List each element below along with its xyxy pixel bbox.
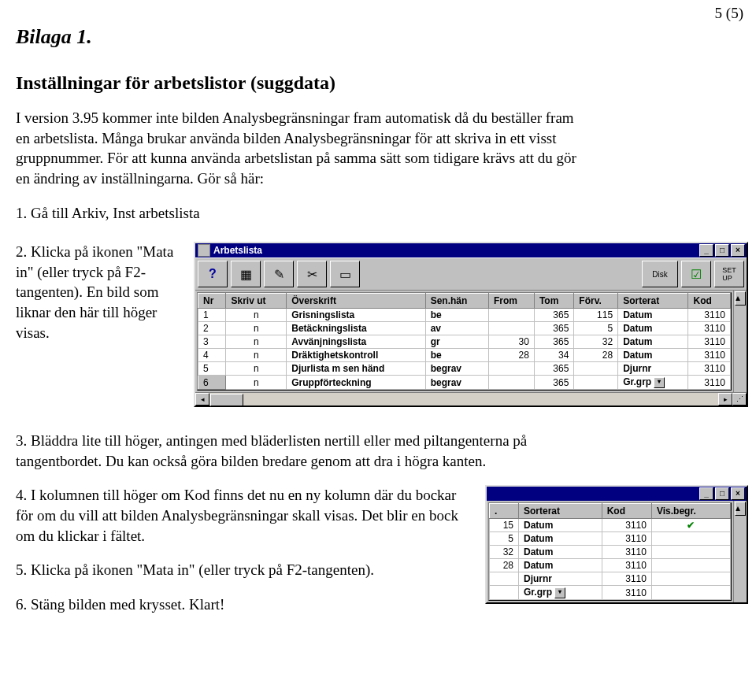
step-6: 6. Stäng bilden med krysset. Klart! — [16, 594, 472, 615]
arbetslista-table: Nr Skriv ut Överskrift Sen.hän From Tom … — [198, 293, 731, 390]
vis-begr-checkbox[interactable] — [651, 586, 730, 600]
col-overskrift[interactable]: Överskrift — [287, 294, 425, 309]
help-icon[interactable]: ? — [198, 261, 228, 287]
maximize-button[interactable]: □ — [715, 487, 729, 500]
table-row[interactable]: 4nDräktighetskontrollbe283428Datum3110 — [198, 349, 731, 362]
intro-paragraph: I version 3.95 kommer inte bilden Analys… — [16, 108, 583, 189]
vertical-scrollbar[interactable]: ▴ — [733, 501, 747, 602]
table-row[interactable]: 3nAvvänjningslistagr3036532Datum3110 — [198, 335, 731, 349]
step-1: 1. Gå till Arkiv, Inst arbetslista — [16, 203, 583, 224]
list-icon[interactable]: ▦ — [231, 261, 261, 287]
close-button[interactable]: × — [731, 487, 745, 500]
scroll-right-icon[interactable]: ▸ — [718, 393, 732, 406]
scroll-left-icon[interactable]: ◂ — [195, 393, 209, 406]
col-forv[interactable]: Förv. — [574, 294, 618, 309]
table-row[interactable]: 15Datum3110✔ — [490, 519, 731, 532]
titlebar[interactable]: Arbetslista _ □ × — [195, 243, 747, 257]
vis-begr-checkbox[interactable] — [651, 532, 730, 546]
vis-begr-checkbox[interactable] — [651, 572, 730, 586]
dropdown-icon[interactable]: ▾ — [554, 587, 565, 598]
col-sorterat[interactable]: Sorterat — [519, 504, 602, 519]
col-from[interactable]: From — [489, 294, 535, 309]
horizontal-scrollbar[interactable]: ◂ ▸ ⋰ — [195, 392, 747, 406]
format-icon[interactable]: ▭ — [330, 261, 360, 287]
vis-begr-checkbox[interactable] — [651, 546, 730, 559]
step-3: 3. Bläddra lite till höger, antingen med… — [16, 431, 583, 471]
col-tom[interactable]: Tom — [534, 294, 573, 309]
col-sen-han[interactable]: Sen.hän — [425, 294, 488, 309]
close-button[interactable]: × — [731, 244, 745, 257]
resize-grip-icon[interactable]: ⋰ — [732, 393, 747, 406]
arbetslista-window: Arbetslista _ □ × ? ▦ ✎ ✂ ▭ Disk ☑ SETUP — [194, 242, 748, 407]
cut-icon[interactable]: ✂ — [297, 261, 327, 287]
table-row[interactable]: 5nDjurlista m sen händbegrav365Djurnr311… — [198, 362, 731, 376]
minimize-button[interactable]: _ — [699, 487, 713, 500]
table-row[interactable]: Djurnr3110 — [490, 572, 731, 586]
table-row[interactable]: 32Datum3110 — [490, 546, 731, 559]
page-number: 5 (5) — [715, 5, 743, 22]
edit-icon[interactable]: ✎ — [264, 261, 294, 287]
vis-begr-checkbox[interactable] — [651, 559, 730, 572]
page-title: Inställningar för arbetslistor (suggdata… — [16, 72, 748, 94]
col-prev[interactable]: . — [490, 504, 519, 519]
setup-icon[interactable]: SETUP — [714, 261, 744, 287]
scroll-up-icon[interactable]: ▴ — [735, 291, 746, 306]
col-skriv-ut[interactable]: Skriv ut — [226, 294, 287, 309]
step-4: 4. I kolumnen till höger om Kod finns de… — [16, 485, 472, 546]
table-row[interactable]: 1nGrisningslistabe365115Datum3110 — [198, 309, 731, 322]
window-icon — [198, 244, 210, 257]
col-vis-begr[interactable]: Vis.begr. — [651, 504, 730, 519]
dropdown-icon[interactable]: ▾ — [654, 377, 665, 388]
minimize-button[interactable]: _ — [699, 244, 713, 257]
maximize-button[interactable]: □ — [715, 244, 729, 257]
step-2: 2. Klicka på ikonen "Mata in" (eller try… — [16, 242, 181, 343]
table-row[interactable]: Gr.grp ▾3110 — [490, 586, 731, 600]
table-row[interactable]: 2nBetäckningslistaav3655Datum3110 — [198, 322, 731, 335]
titlebar[interactable]: _ □ × — [487, 487, 747, 501]
col-sorterat[interactable]: Sorterat — [618, 294, 688, 309]
checklist-icon[interactable]: ☑ — [681, 261, 711, 287]
detail-table: . Sorterat Kod Vis.begr. 15Datum3110✔5Da… — [489, 503, 731, 600]
vis-begr-checkbox[interactable]: ✔ — [651, 519, 730, 532]
disk-icon[interactable]: Disk — [642, 261, 678, 287]
bilaga-heading: Bilaga 1. — [16, 25, 748, 49]
window-title — [489, 488, 698, 499]
columns-detail-window: _ □ × . Sorterat Kod Vis.begr. — [485, 485, 748, 604]
window-title: Arbetslista — [213, 245, 698, 256]
table-row[interactable]: 28Datum3110 — [490, 559, 731, 572]
table-row[interactable]: 6nGruppförteckningbegrav365Gr.grp ▾3110 — [198, 376, 731, 390]
col-kod[interactable]: Kod — [602, 504, 651, 519]
scroll-thumb[interactable] — [210, 394, 243, 406]
col-nr[interactable]: Nr — [198, 294, 226, 309]
toolbar: ? ▦ ✎ ✂ ▭ Disk ☑ SETUP — [195, 257, 747, 291]
vertical-scrollbar[interactable]: ▴ — [733, 291, 747, 392]
table-row[interactable]: 5Datum3110 — [490, 532, 731, 546]
scroll-up-icon[interactable]: ▴ — [735, 502, 746, 516]
step-5: 5. Klicka på ikonen "Mata in" (eller try… — [16, 560, 472, 580]
col-kod[interactable]: Kod — [688, 294, 731, 309]
